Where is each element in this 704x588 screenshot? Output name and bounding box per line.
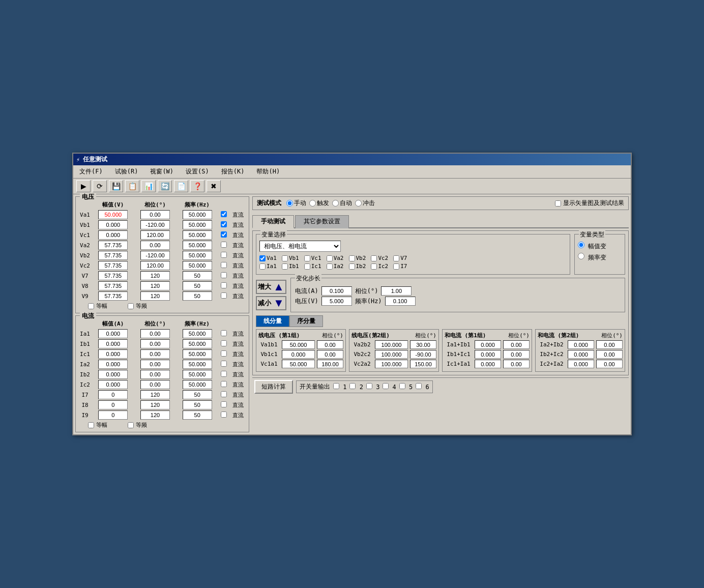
line-v-g1-r3-phase[interactable] bbox=[317, 360, 343, 368]
c-phase-Ic2[interactable] bbox=[140, 380, 170, 389]
check-va1[interactable]: Va1 bbox=[259, 255, 277, 261]
v-dc-check-Vc1[interactable] bbox=[221, 231, 227, 238]
v-freq-Vc1[interactable] bbox=[183, 230, 212, 240]
v-dc-check-Vc2[interactable] bbox=[221, 262, 227, 268]
v-amp-Vb2[interactable] bbox=[98, 251, 128, 260]
check-ia2[interactable]: Ia2 bbox=[327, 263, 344, 270]
c-amp-Ib1[interactable] bbox=[98, 339, 128, 348]
c-freq-Ib2[interactable] bbox=[183, 370, 212, 379]
decrease-button[interactable]: 减小 ▼ bbox=[256, 296, 286, 310]
sum-c-g1-r1-phase[interactable] bbox=[503, 340, 530, 349]
check-ib2[interactable]: Ib2 bbox=[349, 263, 366, 270]
c-freq-Ib1[interactable] bbox=[183, 339, 212, 348]
v-phase-Vb2[interactable] bbox=[140, 251, 170, 260]
c-amp-I9[interactable] bbox=[98, 410, 128, 420]
sum-c-g2-r1-value[interactable] bbox=[568, 340, 594, 349]
sum-c-g1-r3-value[interactable] bbox=[475, 360, 501, 368]
v-amp-V8[interactable] bbox=[98, 281, 128, 290]
line-v-g1-r2-value[interactable] bbox=[282, 350, 315, 359]
toolbar-exit-btn[interactable]: ✖ bbox=[207, 180, 221, 192]
switch-4[interactable]: 4 bbox=[383, 383, 396, 391]
toolbar-copy-btn[interactable]: 📄 bbox=[174, 180, 188, 192]
v-phase-V8[interactable] bbox=[140, 281, 170, 290]
c-phase-Ia1[interactable] bbox=[140, 329, 170, 338]
var-type-freq[interactable]: 频率变 bbox=[578, 253, 622, 262]
step-phase-input[interactable] bbox=[381, 286, 412, 296]
sum-c-g2-r2-phase[interactable] bbox=[596, 350, 623, 359]
c-phase-Ib2[interactable] bbox=[140, 370, 170, 379]
check-vc1[interactable]: Vc1 bbox=[304, 255, 321, 261]
c-phase-I8[interactable] bbox=[140, 400, 170, 409]
v-phase-Vc1[interactable] bbox=[140, 230, 170, 240]
v-freq-Vb2[interactable] bbox=[183, 251, 212, 260]
switch-2[interactable]: 2 bbox=[349, 383, 363, 391]
sum-c-g2-r1-phase[interactable] bbox=[596, 340, 623, 349]
check-vc2[interactable]: Vc2 bbox=[371, 255, 388, 261]
check-i7[interactable]: I7 bbox=[393, 263, 407, 270]
line-v-g2-r2-phase[interactable] bbox=[410, 350, 436, 359]
toolbar-chart-btn[interactable]: 📊 bbox=[141, 180, 156, 192]
current-equal-freq-checkbox[interactable] bbox=[128, 422, 134, 428]
toolbar-play-btn[interactable]: ▶ bbox=[76, 180, 91, 192]
toolbar-import-btn[interactable]: 🔄 bbox=[158, 180, 172, 192]
c-dc-check-I9[interactable] bbox=[221, 411, 227, 418]
c-amp-I7[interactable] bbox=[98, 390, 128, 399]
v-freq-V8[interactable] bbox=[183, 281, 212, 290]
v-freq-V7[interactable] bbox=[183, 271, 212, 280]
line-v-g2-r3-phase[interactable] bbox=[410, 360, 436, 368]
v-phase-V9[interactable] bbox=[140, 291, 170, 301]
toolbar-refresh-btn[interactable]: ⟳ bbox=[93, 180, 107, 192]
c-dc-check-Ia1[interactable] bbox=[221, 330, 227, 336]
menu-file[interactable]: 文件(F) bbox=[75, 166, 107, 177]
toolbar-clipboard-btn[interactable]: 📋 bbox=[125, 180, 139, 192]
check-vb1[interactable]: Vb1 bbox=[282, 255, 299, 261]
v-freq-Va2[interactable] bbox=[183, 241, 212, 250]
c-dc-check-I8[interactable] bbox=[221, 401, 227, 407]
c-dc-check-Ia2[interactable] bbox=[221, 361, 227, 367]
line-v-g1-r1-phase[interactable] bbox=[317, 340, 343, 349]
check-ic2[interactable]: Ic2 bbox=[371, 263, 388, 270]
c-amp-I8[interactable] bbox=[98, 400, 128, 409]
menu-test[interactable]: 试验(R) bbox=[111, 166, 142, 177]
v-freq-Va1[interactable] bbox=[183, 210, 212, 219]
line-v-g1-r3-value[interactable] bbox=[282, 360, 315, 368]
toolbar-help-btn[interactable]: ❓ bbox=[190, 180, 204, 192]
c-amp-Ic1[interactable] bbox=[98, 349, 128, 359]
v-freq-Vc2[interactable] bbox=[183, 261, 212, 270]
c-phase-Ib1[interactable] bbox=[140, 339, 170, 348]
step-current-input[interactable] bbox=[321, 286, 352, 296]
c-freq-Ic2[interactable] bbox=[183, 380, 212, 389]
check-va2[interactable]: Va2 bbox=[327, 255, 344, 261]
switch-3[interactable]: 3 bbox=[366, 383, 379, 391]
seq-tab-line[interactable]: 线分量 bbox=[256, 315, 289, 327]
c-freq-Ia1[interactable] bbox=[183, 329, 212, 338]
sum-c-g2-r3-value[interactable] bbox=[568, 360, 594, 368]
c-freq-I7[interactable] bbox=[183, 390, 212, 399]
mode-auto[interactable]: 自动 bbox=[332, 199, 352, 208]
check-ic1[interactable]: Ic1 bbox=[304, 263, 321, 270]
mode-impulse[interactable]: 冲击 bbox=[355, 199, 375, 208]
line-v-g2-r2-value[interactable] bbox=[375, 350, 408, 359]
v-amp-V7[interactable] bbox=[98, 271, 128, 280]
v-dc-check-V7[interactable] bbox=[221, 272, 227, 278]
step-voltage-input[interactable] bbox=[321, 297, 352, 306]
line-v-g2-r3-value[interactable] bbox=[375, 360, 408, 368]
check-vb2[interactable]: Vb2 bbox=[349, 255, 366, 261]
voltage-equal-freq-checkbox[interactable] bbox=[128, 303, 134, 309]
mode-trigger[interactable]: 触发 bbox=[309, 199, 329, 208]
c-amp-Ic2[interactable] bbox=[98, 380, 128, 389]
v-amp-Vb1[interactable] bbox=[98, 220, 128, 229]
c-phase-Ic1[interactable] bbox=[140, 349, 170, 359]
c-dc-check-Ic2[interactable] bbox=[221, 381, 227, 387]
v-amp-Vc2[interactable] bbox=[98, 261, 128, 270]
sum-c-g1-r3-phase[interactable] bbox=[503, 360, 530, 368]
short-calc-button[interactable]: 短路计算 bbox=[254, 380, 293, 394]
line-v-g2-r1-phase[interactable] bbox=[410, 340, 436, 349]
v-dc-check-Va1[interactable] bbox=[221, 211, 227, 217]
v-phase-Va1[interactable] bbox=[140, 210, 170, 219]
menu-report[interactable]: 报告(K) bbox=[217, 166, 249, 177]
sum-c-g1-r2-value[interactable] bbox=[475, 350, 501, 359]
c-dc-check-Ib1[interactable] bbox=[221, 340, 227, 346]
v-dc-check-V9[interactable] bbox=[221, 292, 227, 299]
v-phase-Vb1[interactable] bbox=[140, 220, 170, 229]
